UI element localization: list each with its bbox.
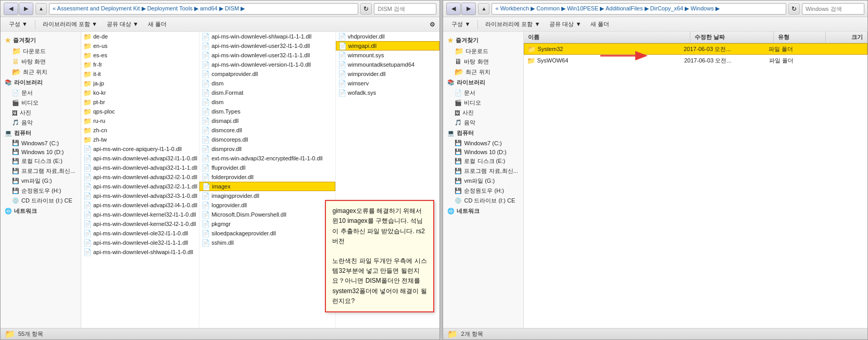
sidebar-item-locale[interactable]: 💾 로컬 디스크 (E:): [1, 156, 81, 166]
list-item[interactable]: 📄dismcore.dll: [199, 125, 335, 135]
list-item[interactable]: 📁en-us: [81, 41, 199, 51]
right-sidebar-win7c[interactable]: 💾 Windows7 (C:): [443, 138, 523, 147]
list-item[interactable]: 📄wimmountadksetupamd64: [336, 60, 440, 69]
list-item[interactable]: 📄compatprovider.dll: [199, 69, 335, 79]
system32-folder[interactable]: 📁 System32 2017-06-03 오전... 파일 폴더: [524, 43, 867, 55]
right-refresh-button[interactable]: ↻: [788, 3, 800, 15]
list-item[interactable]: 📁es-es: [81, 51, 199, 60]
sidebar-item-music[interactable]: 🎵 음악: [1, 118, 81, 128]
list-item[interactable]: 📄dismapi.dll: [199, 116, 335, 125]
list-item[interactable]: 📁ja-jp: [81, 79, 199, 88]
up-button[interactable]: ▲: [35, 3, 47, 15]
sidebar-item-win10d[interactable]: 💾 Windows 10 (D:): [1, 147, 81, 156]
list-item[interactable]: 📁zh-tw: [81, 135, 199, 144]
sidebar-item-recent[interactable]: 📂 최근 위치: [1, 67, 81, 77]
list-item[interactable]: 📁ko-kr: [81, 88, 199, 97]
sidebar-item-video[interactable]: 🎬 비디오: [1, 98, 81, 108]
right-sidebar-vmg[interactable]: 💾 vm파일 (G:): [443, 176, 523, 186]
list-item[interactable]: 📄folderprovider.dll: [199, 172, 335, 182]
right-new-folder-button[interactable]: 새 폴더: [586, 19, 613, 30]
right-sidebar-locale[interactable]: 💾 로컬 디스크 (E:): [443, 156, 523, 166]
list-item[interactable]: 📄dism.Types: [199, 107, 335, 116]
list-item[interactable]: 📄api-ms-win-downlevel-version-l1-1-0.dll: [199, 60, 335, 69]
sidebar-item-desktop[interactable]: 🖥 바탕 화면: [1, 56, 81, 67]
list-item[interactable]: 📄api-ms-win-downlevel-shlwapi-l1-1-1.dll: [199, 32, 335, 41]
right-favorites-header[interactable]: ★ 즐겨찾기: [443, 35, 523, 46]
new-folder-button[interactable]: 새 폴더: [144, 19, 171, 30]
list-item[interactable]: 📄dism.Format: [199, 88, 335, 97]
list-item[interactable]: 📁it-it: [81, 69, 199, 79]
right-sidebar-documents[interactable]: 📄 문서: [443, 88, 523, 98]
sidebar-item-download[interactable]: 📁 다운로드: [1, 46, 81, 56]
favorites-header[interactable]: ★ 즐겨찾기: [1, 35, 81, 46]
list-item[interactable]: 📄imagingprovider.dll: [199, 191, 335, 200]
list-item[interactable]: 📁pt-br: [81, 97, 199, 107]
forward-button[interactable]: ▶: [19, 3, 33, 15]
list-item[interactable]: 📁de-de: [81, 32, 199, 41]
sidebar-item-documents[interactable]: 📄 문서: [1, 88, 81, 98]
libraries-header[interactable]: 📚 라이브러리: [1, 77, 81, 88]
col-header-modified[interactable]: 수정한 날짜: [690, 32, 774, 43]
back-button[interactable]: ◀: [4, 3, 18, 15]
list-item[interactable]: 📄api-ms-win-core-apiquery-l1-1-0.dll: [81, 144, 199, 154]
left-address-path[interactable]: « Assessment and Deployment Kit ▶ Deploy…: [49, 3, 358, 15]
list-item[interactable]: 📄dismprov.dll: [199, 144, 335, 154]
list-item[interactable]: 📄ffuprovider.dll: [199, 163, 335, 172]
include-library-button[interactable]: 라이브러리에 포함 ▼: [39, 19, 102, 30]
list-item[interactable]: 📄Microsoft.Dism.Powershell.dll: [199, 210, 335, 219]
right-sidebar-music[interactable]: 🎵 음악: [443, 118, 523, 128]
right-share-button[interactable]: 공유 대상 ▼: [545, 19, 585, 30]
refresh-button[interactable]: ↻: [360, 3, 372, 15]
syswow64-folder[interactable]: 📁 SysWOW64 2017-06-03 오전... 파일 폴더: [524, 55, 867, 66]
left-search-input[interactable]: [374, 3, 436, 15]
list-item[interactable]: 📄api-ms-win-downlevel-shlwapi-l1-1-0.dll: [81, 247, 199, 257]
right-computer-header[interactable]: 💻 컴퓨터: [443, 128, 523, 138]
right-sidebar-cdi[interactable]: 💿 CD 드라이브 (I:) CE: [443, 196, 523, 206]
list-item[interactable]: 📄api-ms-win-downlevel-kernel32-l2-1-0.dl…: [81, 219, 199, 229]
list-item[interactable]: 📄api-ms-win-downlevel-kernel32-l1-1-0.dl…: [81, 210, 199, 219]
right-sidebar-pictures[interactable]: 🖼 사진: [443, 108, 523, 118]
list-item[interactable]: 📄api-ms-win-downlevel-ole32-l1-1-0.dll: [81, 229, 199, 238]
right-network-header[interactable]: 🌐 네트워크: [443, 206, 523, 217]
list-item[interactable]: 📄api-ms-win-downlevel-advapi32-l1-1-1.dl…: [81, 163, 199, 172]
list-item[interactable]: 📄dism: [199, 97, 335, 107]
right-sidebar-win10d[interactable]: 💾 Windows 10 (D:): [443, 147, 523, 156]
right-forward-button[interactable]: ▶: [461, 3, 476, 15]
col-header-type[interactable]: 유형: [774, 32, 826, 43]
list-item[interactable]: 📁qps-ploc: [81, 107, 199, 116]
wimgapi-file[interactable]: 📄wimgapi.dll: [336, 41, 440, 51]
list-item[interactable]: 📄dismcoreps.dll: [199, 135, 335, 144]
right-include-library-button[interactable]: 라이브러리에 포함 ▼: [481, 19, 544, 30]
right-sidebar-download[interactable]: 📁 다운로드: [443, 46, 523, 56]
list-item[interactable]: 📄wimserv: [336, 79, 440, 88]
computer-header[interactable]: 💻 컴퓨터: [1, 128, 81, 138]
share-button[interactable]: 공유 대상 ▼: [103, 19, 143, 30]
list-item[interactable]: 📄api-ms-win-downlevel-advapi32-l4-1-0.dl…: [81, 200, 199, 210]
right-address-path[interactable]: « Workbench ▶ Common ▶ Win10PESE ▶ Addit…: [492, 3, 786, 15]
right-sidebar-desktop[interactable]: 🖥 바탕 화면: [443, 56, 523, 67]
list-item[interactable]: 📁fr-fr: [81, 60, 199, 69]
right-sidebar-video[interactable]: 🎬 비디오: [443, 98, 523, 108]
sidebar-item-win7c[interactable]: 💾 Windows7 (C:): [1, 138, 81, 147]
network-header[interactable]: 🌐 네트워크: [1, 206, 81, 217]
sidebar-item-soonh[interactable]: 💾 순정원도우 (H:): [1, 186, 81, 196]
list-item[interactable]: 📄api-ms-win-downlevel-advapi32-l2-1-0.dl…: [81, 172, 199, 182]
list-item[interactable]: 📄wimmount.sys: [336, 51, 440, 60]
imagex-file[interactable]: 📄imagex: [199, 182, 335, 191]
sidebar-item-pictures[interactable]: 🖼 사진: [1, 108, 81, 118]
right-sidebar-recent[interactable]: 📂 최근 위치: [443, 67, 523, 77]
list-item[interactable]: 📄dism: [199, 79, 335, 88]
list-item[interactable]: 📄api-ms-win-downlevel-ole32-l1-1-1.dll: [81, 238, 199, 247]
list-item[interactable]: 📁ru-ru: [81, 116, 199, 125]
list-item[interactable]: 📄api-ms-win-downlevel-advapi32-l3-1-0.dl…: [81, 191, 199, 200]
list-item[interactable]: 📄siloedpackageprovider.dll: [199, 229, 335, 238]
col-header-size[interactable]: 크기: [826, 32, 867, 43]
list-item[interactable]: 📄wofadk.sys: [336, 88, 440, 97]
list-item[interactable]: 📄api-ms-win-downlevel-user32-l1-1-1.dll: [199, 51, 335, 60]
organize-button[interactable]: 구성 ▼: [5, 19, 32, 30]
list-item[interactable]: 📄api-ms-win-downlevel-advapi32-l2-1-1.dl…: [81, 182, 199, 191]
right-sidebar-soonh[interactable]: 💾 순정원도우 (H:): [443, 186, 523, 196]
right-up-button[interactable]: ▲: [478, 3, 489, 15]
right-back-button[interactable]: ◀: [446, 3, 461, 15]
sidebar-item-program[interactable]: 💾 프로그램 자료,최신...: [1, 166, 81, 176]
